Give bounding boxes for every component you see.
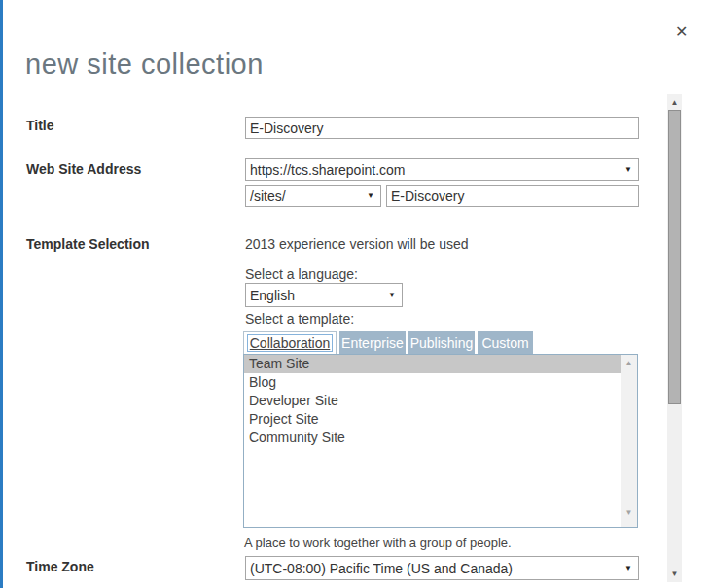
scrollbar-thumb[interactable] bbox=[668, 110, 681, 404]
list-item-blog[interactable]: Blog bbox=[244, 373, 621, 392]
tab-publishing[interactable]: Publishing bbox=[408, 331, 475, 354]
select-template-label: Select a template: bbox=[245, 311, 354, 327]
chevron-down-icon: ▼ bbox=[624, 564, 634, 572]
chevron-down-icon: ▼ bbox=[367, 191, 376, 200]
list-item-developer-site[interactable]: Developer Site bbox=[244, 392, 621, 410]
language-select-value: English bbox=[250, 288, 295, 303]
select-language-label: Select a language: bbox=[245, 266, 358, 282]
experience-version-note: 2013 experience version will be used bbox=[245, 236, 469, 252]
web-address-label: Web Site Address bbox=[26, 161, 141, 177]
domain-select[interactable]: https://tcs.sharepoint.com ▼ bbox=[245, 158, 639, 181]
path-select[interactable]: /sites/ ▼ bbox=[245, 185, 381, 207]
page-title: new site collection bbox=[25, 49, 264, 81]
close-icon[interactable]: ✕ bbox=[675, 24, 688, 40]
listbox-scrollbar[interactable]: ▲ ▼ bbox=[621, 355, 637, 527]
tab-collaboration-label: Collaboration bbox=[247, 334, 334, 352]
path-select-value: /sites/ bbox=[250, 189, 286, 204]
scroll-down-icon[interactable]: ▼ bbox=[667, 566, 682, 582]
template-description: A place to work together with a group of… bbox=[244, 536, 512, 550]
time-zone-label: Time Zone bbox=[26, 559, 94, 574]
site-name-input[interactable] bbox=[386, 185, 639, 207]
list-item-community-site[interactable]: Community Site bbox=[244, 429, 621, 447]
dialog-accent-border bbox=[0, 0, 3, 588]
chevron-down-icon: ▼ bbox=[388, 291, 398, 299]
dialog-scrollbar[interactable]: ▲ ▼ bbox=[667, 94, 682, 582]
scroll-up-icon[interactable]: ▲ bbox=[625, 359, 633, 367]
timezone-select-value: (UTC-08:00) Pacific Time (US and Canada) bbox=[250, 561, 513, 576]
language-select[interactable]: English ▼ bbox=[245, 283, 403, 307]
domain-select-value: https://tcs.sharepoint.com bbox=[250, 162, 406, 178]
new-site-collection-dialog: ✕ new site collection Title Web Site Add… bbox=[0, 0, 710, 588]
scroll-down-icon[interactable]: ▼ bbox=[625, 508, 633, 517]
template-tabs: Collaboration Enterprise Publishing Cust… bbox=[243, 331, 533, 354]
timezone-select[interactable]: (UTC-08:00) Pacific Time (US and Canada)… bbox=[245, 556, 639, 580]
chevron-down-icon: ▼ bbox=[624, 165, 634, 174]
tab-enterprise[interactable]: Enterprise bbox=[339, 331, 406, 354]
title-input[interactable] bbox=[245, 117, 639, 139]
list-item-project-site[interactable]: Project Site bbox=[244, 410, 621, 429]
tab-custom[interactable]: Custom bbox=[478, 331, 533, 354]
tab-collaboration[interactable]: Collaboration bbox=[243, 331, 337, 354]
list-item-team-site[interactable]: Team Site bbox=[244, 355, 621, 373]
template-listbox: Team Site Blog Developer Site Project Si… bbox=[243, 354, 638, 528]
title-label: Title bbox=[26, 118, 54, 133]
scroll-up-icon[interactable]: ▲ bbox=[667, 94, 682, 111]
template-selection-label: Template Selection bbox=[26, 236, 150, 252]
